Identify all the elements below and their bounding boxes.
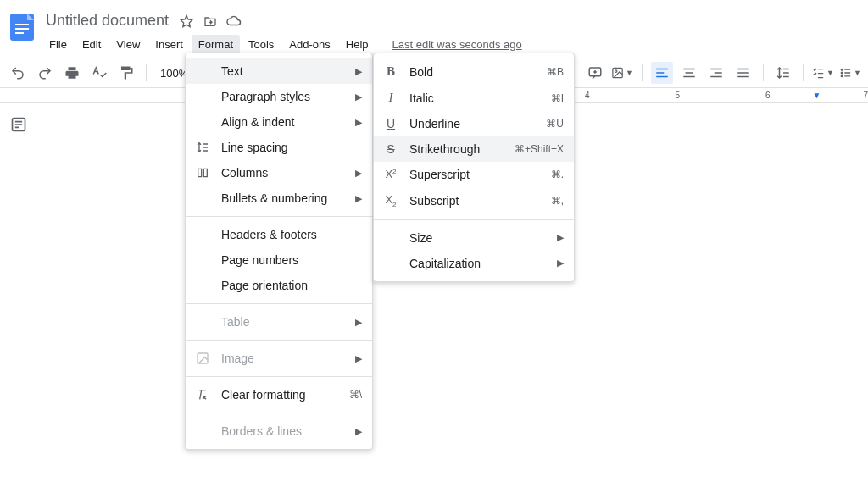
submenu-arrow-icon: ▶: [355, 426, 362, 437]
menu-separator: [186, 303, 372, 304]
add-comment-button[interactable]: [584, 62, 606, 84]
bold-icon: B: [382, 64, 399, 79]
menu-clear-formatting[interactable]: Clear formatting ⌘\: [186, 382, 372, 407]
toolbar-separator: [763, 64, 764, 81]
undo-button[interactable]: [7, 62, 29, 84]
underline-icon: U: [382, 117, 399, 130]
paint-format-button[interactable]: [115, 62, 137, 84]
menubar-tools[interactable]: Tools: [242, 35, 281, 54]
image-icon: [194, 352, 211, 365]
submenu-arrow-icon: ▶: [355, 317, 362, 328]
strikethrough-icon: S: [382, 142, 399, 156]
submenu-arrow-icon: ▶: [557, 232, 564, 243]
submenu-arrow-icon: ▶: [355, 193, 362, 204]
spellcheck-button[interactable]: [88, 62, 110, 84]
menu-line-spacing[interactable]: Line spacing: [186, 135, 372, 160]
submenu-arrow-icon: ▶: [355, 353, 362, 364]
ruler-tick: 6: [765, 91, 771, 100]
line-spacing-icon: [194, 141, 211, 154]
shortcut-label: ⌘+Shift+X: [515, 143, 564, 155]
svg-point-9: [841, 75, 843, 77]
menubar-format[interactable]: Format: [192, 35, 240, 54]
submenu-arrow-icon: ▶: [557, 258, 564, 269]
menu-separator: [186, 216, 372, 217]
document-title[interactable]: Untitled document: [42, 10, 172, 31]
submenu-arrow-icon: ▶: [355, 66, 362, 77]
menu-image: Image ▶: [186, 346, 372, 371]
menu-separator: [186, 376, 372, 377]
line-spacing-button[interactable]: [772, 62, 794, 84]
align-right-button[interactable]: [705, 62, 727, 84]
align-left-button[interactable]: [651, 62, 673, 84]
svg-rect-2: [15, 28, 29, 30]
menubar-file[interactable]: File: [42, 35, 74, 54]
menu-underline[interactable]: U Underline ⌘U: [374, 111, 574, 136]
menu-align-indent[interactable]: Align & indent ▶: [186, 109, 372, 135]
shortcut-label: ⌘,: [551, 195, 564, 207]
svg-point-8: [841, 72, 843, 74]
menubar-addons[interactable]: Add-ons: [282, 35, 337, 54]
menu-bold[interactable]: B Bold ⌘B: [374, 58, 574, 85]
menu-borders-lines: Borders & lines ▶: [186, 418, 372, 444]
redo-button[interactable]: [34, 62, 56, 84]
menu-strikethrough[interactable]: S Strikethrough ⌘+Shift+X: [374, 136, 574, 162]
menu-table: Table ▶: [186, 309, 372, 335]
superscript-icon: X2: [382, 168, 399, 180]
menu-subscript[interactable]: X2 Subscript ⌘,: [374, 187, 574, 214]
align-center-button[interactable]: [678, 62, 700, 84]
menu-separator: [186, 413, 372, 413]
shortcut-label: ⌘\: [349, 389, 362, 401]
document-outline-icon[interactable]: [8, 114, 30, 136]
shortcut-label: ⌘B: [547, 66, 564, 78]
menu-text[interactable]: Text ▶: [186, 58, 372, 84]
subscript-icon: X2: [382, 193, 399, 208]
menu-separator: [374, 219, 574, 220]
menu-bullets-numbering[interactable]: Bullets & numbering ▶: [186, 186, 372, 211]
italic-icon: I: [382, 91, 399, 105]
outline-pane: [0, 103, 37, 497]
menu-page-orientation[interactable]: Page orientation: [186, 273, 372, 298]
menu-italic[interactable]: I Italic ⌘I: [374, 85, 574, 111]
star-icon[interactable]: [179, 14, 194, 29]
menubar-view[interactable]: View: [109, 35, 147, 54]
title-area: Untitled document File Edit View Insert …: [42, 8, 861, 54]
move-icon[interactable]: [203, 14, 218, 29]
toolbar-separator: [803, 64, 804, 81]
shortcut-label: ⌘I: [551, 92, 564, 104]
menu-paragraph-styles[interactable]: Paragraph styles ▶: [186, 84, 372, 109]
menubar-help[interactable]: Help: [339, 35, 376, 54]
docs-logo[interactable]: [5, 10, 39, 44]
checklist-button[interactable]: ▼: [812, 62, 834, 84]
svg-point-7: [841, 69, 843, 70]
menu-capitalization[interactable]: Capitalization ▶: [374, 251, 574, 276]
menu-columns[interactable]: Columns ▶: [186, 160, 372, 186]
clear-formatting-icon: [194, 388, 211, 402]
ruler-tick: 7: [863, 91, 868, 100]
submenu-arrow-icon: ▶: [355, 117, 362, 128]
columns-icon: [194, 166, 211, 180]
text-submenu: B Bold ⌘B I Italic ⌘I U Underline ⌘U S S…: [373, 53, 575, 282]
svg-rect-1: [15, 24, 29, 25]
align-justify-button[interactable]: [732, 62, 754, 84]
print-button[interactable]: [61, 62, 83, 84]
toolbar-separator: [146, 64, 147, 81]
menu-size[interactable]: Size ▶: [374, 225, 574, 251]
last-edit-link[interactable]: Last edit was seconds ago: [392, 38, 522, 51]
menu-superscript[interactable]: X2 Superscript ⌘.: [374, 162, 574, 187]
menubar-edit[interactable]: Edit: [75, 35, 108, 54]
menubar: File Edit View Insert Format Tools Add-o…: [42, 35, 861, 54]
submenu-arrow-icon: ▶: [355, 168, 362, 179]
header: Untitled document File Edit View Insert …: [0, 0, 868, 54]
shortcut-label: ⌘.: [551, 169, 564, 180]
ruler-tick: 4: [585, 91, 590, 100]
format-menu: Text ▶ Paragraph styles ▶ Align & indent…: [185, 53, 373, 450]
insert-image-button[interactable]: ▼: [611, 62, 633, 84]
menu-headers-footers[interactable]: Headers & footers: [186, 222, 372, 247]
submenu-arrow-icon: ▶: [355, 91, 362, 102]
toolbar-separator: [642, 64, 643, 81]
bulleted-list-button[interactable]: ▼: [839, 62, 861, 84]
cloud-status-icon[interactable]: [226, 14, 242, 29]
menubar-insert[interactable]: Insert: [148, 35, 190, 54]
menu-page-numbers[interactable]: Page numbers: [186, 247, 372, 273]
menu-separator: [186, 340, 372, 341]
